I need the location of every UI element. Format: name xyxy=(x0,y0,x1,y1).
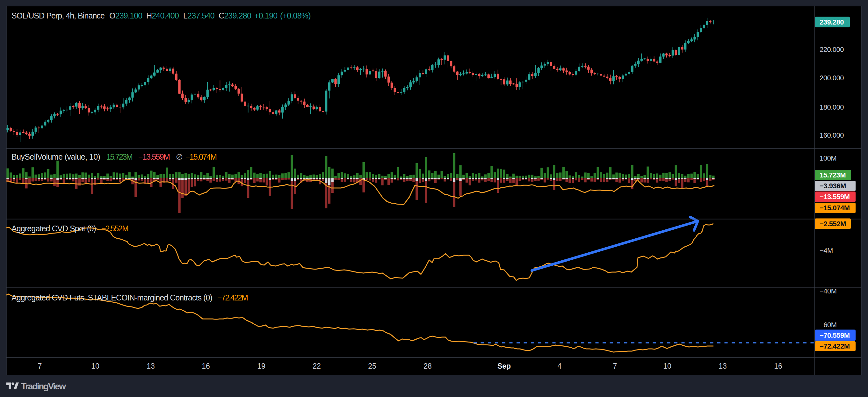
svg-text:H240.400: H240.400 xyxy=(146,11,179,20)
svg-text:−13.559M: −13.559M xyxy=(138,152,170,161)
svg-text:220.000: 220.000 xyxy=(819,45,844,54)
svg-text:7: 7 xyxy=(38,362,42,370)
svg-text:−40M: −40M xyxy=(819,287,837,295)
svg-text:(+0.08%): (+0.08%) xyxy=(280,11,311,20)
svg-text:28: 28 xyxy=(424,362,432,370)
svg-text:100M: 100M xyxy=(819,154,836,162)
svg-text:Sep: Sep xyxy=(497,362,511,370)
svg-text:16: 16 xyxy=(774,362,782,370)
svg-text:∅: ∅ xyxy=(176,152,183,161)
svg-text:10: 10 xyxy=(663,362,672,370)
svg-text:+0.190: +0.190 xyxy=(254,11,277,20)
svg-text:SOL/USD Perp, 4h, Binance: SOL/USD Perp, 4h, Binance xyxy=(11,11,104,20)
svg-text:160.000: 160.000 xyxy=(819,131,844,139)
svg-text:13: 13 xyxy=(147,362,155,370)
svg-text:−3.936M: −3.936M xyxy=(819,182,846,190)
svg-text:13: 13 xyxy=(718,362,727,370)
svg-text:−60M: −60M xyxy=(819,321,837,329)
svg-text:C239.280: C239.280 xyxy=(219,11,251,20)
svg-text:15.723M: 15.723M xyxy=(106,152,132,161)
svg-text:−2.552M: −2.552M xyxy=(101,224,128,233)
svg-text:Aggregated CVD Futs. STABLECOI: Aggregated CVD Futs. STABLECOIN-margined… xyxy=(11,293,212,302)
svg-text:−13.559M: −13.559M xyxy=(819,193,849,201)
svg-text:TradingView: TradingView xyxy=(21,381,66,391)
svg-text:15.723M: 15.723M xyxy=(819,171,846,179)
svg-text:200.000: 200.000 xyxy=(819,74,844,82)
svg-text:O239.100: O239.100 xyxy=(109,11,142,20)
svg-text:25: 25 xyxy=(368,362,376,370)
svg-text:180.000: 180.000 xyxy=(819,103,844,111)
svg-text:L237.540: L237.540 xyxy=(183,11,214,20)
svg-text:BuySellVolume (value, 10): BuySellVolume (value, 10) xyxy=(11,152,100,161)
svg-text:Aggregated CVD Spot (0): Aggregated CVD Spot (0) xyxy=(11,224,96,233)
svg-text:22: 22 xyxy=(313,362,321,370)
svg-text:−4M: −4M xyxy=(819,247,833,254)
svg-text:16: 16 xyxy=(202,362,210,370)
svg-text:−70.559M: −70.559M xyxy=(819,331,849,339)
svg-text:19: 19 xyxy=(257,362,266,370)
svg-text:−72.422M: −72.422M xyxy=(819,342,849,350)
svg-text:−72.422M: −72.422M xyxy=(217,293,248,302)
svg-text:7: 7 xyxy=(613,362,617,370)
svg-text:−15.074M: −15.074M xyxy=(819,204,849,212)
svg-text:10: 10 xyxy=(91,362,99,370)
svg-text:−2.552M: −2.552M xyxy=(819,220,846,228)
svg-text:−15.074M: −15.074M xyxy=(185,152,217,161)
svg-text:4: 4 xyxy=(558,362,562,370)
svg-text:239.280: 239.280 xyxy=(819,18,844,26)
